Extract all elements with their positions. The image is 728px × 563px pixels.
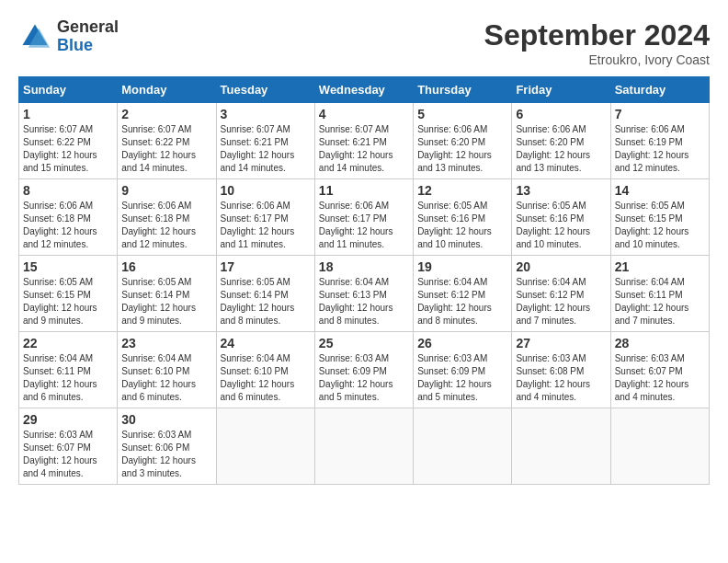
table-row bbox=[414, 408, 512, 485]
day-number: 13 bbox=[516, 183, 606, 198]
daylight-minutes: and 6 minutes. bbox=[221, 392, 281, 402]
daylight-minutes: and 8 minutes. bbox=[319, 316, 380, 326]
daylight-minutes: and 6 minutes. bbox=[23, 392, 84, 402]
daylight-minutes: and 14 minutes. bbox=[221, 163, 286, 173]
sunset-label: Sunset: 6:06 PM bbox=[121, 442, 189, 453]
day-number: 18 bbox=[319, 259, 409, 274]
day-info: Sunrise: 6:05 AM Sunset: 6:15 PM Dayligh… bbox=[615, 200, 705, 251]
sunset-label: Sunset: 6:20 PM bbox=[516, 137, 584, 147]
sunset-label: Sunset: 6:12 PM bbox=[417, 290, 485, 300]
daylight-label: Daylight: 12 hours bbox=[516, 150, 590, 160]
daylight-minutes: and 9 minutes. bbox=[23, 316, 84, 326]
calendar-row: 15 Sunrise: 6:05 AM Sunset: 6:15 PM Dayl… bbox=[19, 256, 710, 332]
table-row: 12 Sunrise: 6:05 AM Sunset: 6:16 PM Dayl… bbox=[414, 179, 512, 256]
daylight-label: Daylight: 12 hours bbox=[516, 226, 590, 236]
day-info: Sunrise: 6:04 AM Sunset: 6:11 PM Dayligh… bbox=[23, 352, 113, 404]
day-number: 27 bbox=[516, 336, 606, 350]
daylight-minutes: and 12 minutes. bbox=[615, 163, 680, 173]
daylight-minutes: and 13 minutes. bbox=[516, 163, 581, 173]
daylight-label: Daylight: 12 hours bbox=[121, 150, 196, 160]
daylight-label: Daylight: 12 hours bbox=[319, 303, 393, 313]
daylight-minutes: and 6 minutes. bbox=[121, 392, 182, 402]
sunrise-label: Sunrise: 6:07 AM bbox=[23, 124, 93, 134]
day-number: 8 bbox=[23, 183, 113, 198]
day-info: Sunrise: 6:06 AM Sunset: 6:20 PM Dayligh… bbox=[417, 123, 507, 175]
day-info: Sunrise: 6:04 AM Sunset: 6:10 PM Dayligh… bbox=[121, 352, 211, 404]
calendar-row: 29 Sunrise: 6:03 AM Sunset: 6:07 PM Dayl… bbox=[19, 408, 710, 485]
day-info: Sunrise: 6:04 AM Sunset: 6:12 PM Dayligh… bbox=[417, 276, 507, 327]
logo-text: General Blue bbox=[57, 18, 119, 55]
daylight-minutes: and 11 minutes. bbox=[221, 239, 286, 249]
table-row: 17 Sunrise: 6:05 AM Sunset: 6:14 PM Dayl… bbox=[216, 256, 314, 332]
daylight-minutes: and 5 minutes. bbox=[319, 392, 380, 402]
daylight-minutes: and 4 minutes. bbox=[23, 468, 84, 478]
day-number: 10 bbox=[221, 183, 311, 198]
col-friday: Friday bbox=[512, 77, 610, 103]
day-number: 24 bbox=[221, 336, 311, 350]
day-info: Sunrise: 6:03 AM Sunset: 6:07 PM Dayligh… bbox=[23, 429, 113, 480]
day-number: 15 bbox=[23, 259, 113, 274]
day-info: Sunrise: 6:05 AM Sunset: 6:16 PM Dayligh… bbox=[417, 200, 507, 251]
day-info: Sunrise: 6:05 AM Sunset: 6:14 PM Dayligh… bbox=[221, 276, 311, 327]
day-info: Sunrise: 6:06 AM Sunset: 6:17 PM Dayligh… bbox=[319, 200, 409, 251]
daylight-minutes: and 11 minutes. bbox=[319, 239, 384, 249]
table-row: 6 Sunrise: 6:06 AM Sunset: 6:20 PM Dayli… bbox=[512, 103, 610, 179]
daylight-label: Daylight: 12 hours bbox=[417, 379, 492, 389]
calendar-row: 8 Sunrise: 6:06 AM Sunset: 6:18 PM Dayli… bbox=[19, 179, 710, 256]
calendar-row: 22 Sunrise: 6:04 AM Sunset: 6:11 PM Dayl… bbox=[19, 332, 710, 408]
daylight-minutes: and 10 minutes. bbox=[615, 239, 680, 249]
logo-blue: Blue bbox=[57, 37, 119, 55]
table-row: 13 Sunrise: 6:05 AM Sunset: 6:16 PM Dayl… bbox=[512, 179, 610, 256]
sunrise-label: Sunrise: 6:06 AM bbox=[221, 201, 290, 211]
sunset-label: Sunset: 6:22 PM bbox=[121, 137, 189, 147]
daylight-minutes: and 13 minutes. bbox=[417, 163, 483, 173]
sunset-label: Sunset: 6:12 PM bbox=[516, 290, 584, 300]
table-row: 7 Sunrise: 6:06 AM Sunset: 6:19 PM Dayli… bbox=[610, 103, 709, 179]
daylight-label: Daylight: 12 hours bbox=[121, 379, 196, 389]
sunrise-label: Sunrise: 6:03 AM bbox=[516, 353, 586, 363]
table-row bbox=[216, 408, 314, 485]
col-thursday: Thursday bbox=[414, 77, 512, 103]
day-number: 21 bbox=[615, 259, 705, 274]
day-info: Sunrise: 6:05 AM Sunset: 6:16 PM Dayligh… bbox=[516, 200, 606, 251]
sunset-label: Sunset: 6:14 PM bbox=[121, 290, 189, 300]
sunrise-label: Sunrise: 6:05 AM bbox=[221, 277, 290, 287]
table-row: 22 Sunrise: 6:04 AM Sunset: 6:11 PM Dayl… bbox=[19, 332, 118, 408]
daylight-minutes: and 8 minutes. bbox=[221, 316, 281, 326]
daylight-label: Daylight: 12 hours bbox=[23, 150, 97, 160]
day-number: 2 bbox=[121, 107, 211, 121]
day-number: 4 bbox=[319, 107, 409, 121]
daylight-minutes: and 8 minutes. bbox=[417, 316, 478, 326]
sunrise-label: Sunrise: 6:06 AM bbox=[615, 124, 685, 134]
day-number: 12 bbox=[417, 183, 507, 198]
sunrise-label: Sunrise: 6:06 AM bbox=[319, 201, 389, 211]
day-number: 22 bbox=[23, 336, 113, 350]
sunset-label: Sunset: 6:07 PM bbox=[23, 442, 91, 453]
table-row: 5 Sunrise: 6:06 AM Sunset: 6:20 PM Dayli… bbox=[414, 103, 512, 179]
sunrise-label: Sunrise: 6:05 AM bbox=[417, 201, 487, 211]
table-row: 8 Sunrise: 6:06 AM Sunset: 6:18 PM Dayli… bbox=[19, 179, 118, 256]
table-row bbox=[610, 408, 709, 485]
sunset-label: Sunset: 6:10 PM bbox=[121, 366, 189, 376]
daylight-minutes: and 14 minutes. bbox=[319, 163, 384, 173]
day-info: Sunrise: 6:04 AM Sunset: 6:13 PM Dayligh… bbox=[319, 276, 409, 327]
table-row: 16 Sunrise: 6:05 AM Sunset: 6:14 PM Dayl… bbox=[118, 256, 216, 332]
sunrise-label: Sunrise: 6:04 AM bbox=[221, 353, 290, 363]
day-number: 9 bbox=[121, 183, 211, 198]
sunset-label: Sunset: 6:22 PM bbox=[23, 137, 91, 147]
sunset-label: Sunset: 6:17 PM bbox=[319, 213, 387, 224]
sunrise-label: Sunrise: 6:04 AM bbox=[516, 277, 586, 287]
daylight-label: Daylight: 12 hours bbox=[221, 379, 295, 389]
day-number: 1 bbox=[23, 107, 113, 121]
day-number: 17 bbox=[221, 259, 311, 274]
day-number: 30 bbox=[121, 412, 211, 427]
day-info: Sunrise: 6:06 AM Sunset: 6:17 PM Dayligh… bbox=[221, 200, 311, 251]
table-row bbox=[512, 408, 610, 485]
day-number: 19 bbox=[417, 259, 507, 274]
sunset-label: Sunset: 6:09 PM bbox=[417, 366, 485, 376]
logo-icon bbox=[18, 20, 51, 53]
day-info: Sunrise: 6:07 AM Sunset: 6:22 PM Dayligh… bbox=[121, 123, 211, 175]
daylight-label: Daylight: 12 hours bbox=[516, 379, 590, 389]
sunset-label: Sunset: 6:15 PM bbox=[23, 290, 91, 300]
day-info: Sunrise: 6:03 AM Sunset: 6:06 PM Dayligh… bbox=[121, 429, 211, 480]
